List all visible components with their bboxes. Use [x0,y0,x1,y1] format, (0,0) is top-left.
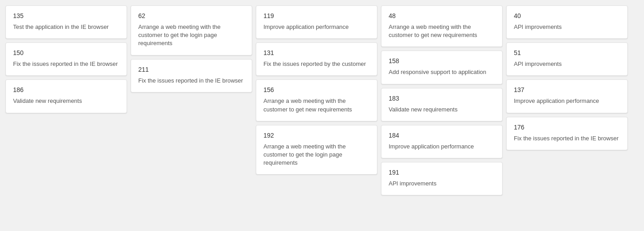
card-title: Fix the issues reported in the IE browse… [13,60,119,68]
card-51[interactable]: 51API improvements [506,42,628,76]
card-211[interactable]: 211Fix the issues reported in the IE bro… [131,59,252,92]
card-title: Improve application performance [514,97,620,105]
card-id: 158 [389,57,495,65]
card-title: Arrange a web meeting with the customer … [138,23,245,48]
card-40[interactable]: 40API improvements [506,5,628,39]
card-id: 40 [514,12,620,19]
card-135[interactable]: 135Test the application in the IE browse… [5,5,127,39]
card-158[interactable]: 158Add responsive support to application [381,51,503,84]
column-1: 135Test the application in the IE browse… [5,5,127,113]
card-id: 135 [13,12,119,19]
card-id: 51 [514,49,620,56]
card-id: 150 [13,49,119,56]
card-title: Test the application in the IE browser [13,23,119,31]
card-191[interactable]: 191API improvements [381,162,503,195]
card-id: 191 [389,169,495,176]
card-id: 119 [263,12,370,19]
card-150[interactable]: 150Fix the issues reported in the IE bro… [5,42,127,76]
card-title: Fix the issues reported in the IE browse… [138,77,245,85]
card-156[interactable]: 156Arrange a web meeting with the custom… [256,79,377,121]
card-id: 184 [389,132,495,139]
card-title: API improvements [389,180,495,188]
card-id: 176 [514,124,620,131]
card-id: 186 [13,86,119,93]
card-183[interactable]: 183Validate new requirements [381,88,503,121]
card-id: 211 [138,66,245,73]
card-176[interactable]: 176Fix the issues reported in the IE bro… [506,117,628,150]
card-title: Fix the issues reported by the customer [263,60,370,68]
card-title: Improve application performance [389,143,495,151]
card-192[interactable]: 192Arrange a web meeting with the custom… [256,125,377,175]
board: 135Test the application in the IE browse… [5,5,639,195]
card-62[interactable]: 62Arrange a web meeting with the custome… [131,5,252,55]
card-id: 192 [263,132,370,139]
card-id: 137 [514,86,620,93]
card-id: 62 [138,12,245,19]
card-title: Arrange a web meeting with the customer … [263,97,370,113]
card-id: 183 [389,95,495,102]
card-137[interactable]: 137Improve application performance [506,79,628,113]
card-title: Validate new requirements [389,106,495,114]
card-id: 156 [263,86,370,93]
card-48[interactable]: 48Arrange a web meeting with the custome… [381,5,503,47]
column-3: 119Improve application performance131Fix… [256,5,377,175]
card-title: API improvements [514,60,620,68]
card-131[interactable]: 131Fix the issues reported by the custom… [256,42,377,76]
card-186[interactable]: 186Validate new requirements [5,79,127,113]
card-id: 48 [389,12,495,19]
column-5: 40API improvements51API improvements137I… [506,5,628,150]
card-184[interactable]: 184Improve application performance [381,125,503,158]
column-2: 62Arrange a web meeting with the custome… [131,5,252,92]
card-title: Arrange a web meeting with the customer … [389,23,495,39]
card-title: API improvements [514,23,620,31]
card-119[interactable]: 119Improve application performance [256,5,377,39]
card-title: Validate new requirements [13,97,119,105]
card-title: Arrange a web meeting with the customer … [263,143,370,167]
card-id: 131 [263,49,370,56]
card-title: Fix the issues reported in the IE browse… [514,134,620,143]
card-title: Add responsive support to application [389,68,495,76]
column-4: 48Arrange a web meeting with the custome… [381,5,503,195]
card-title: Improve application performance [263,23,370,31]
